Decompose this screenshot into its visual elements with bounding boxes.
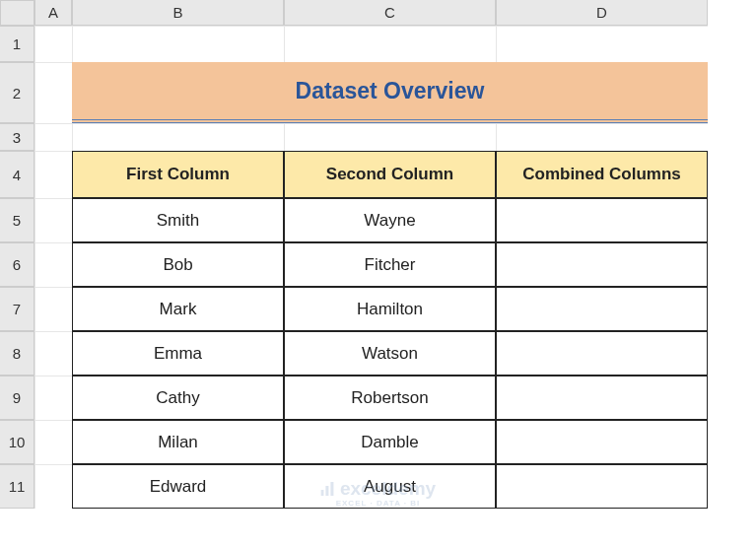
cell-b3[interactable] [72,123,284,151]
cell-c8[interactable]: Watson [284,331,496,376]
cell-c10[interactable]: Damble [284,420,496,464]
row-header-8[interactable]: 8 [0,331,34,376]
cell-d5[interactable] [496,198,708,242]
cell-b11[interactable]: Edward [72,464,284,509]
cell-d3[interactable] [496,123,708,151]
cell-b10[interactable]: Milan [72,420,284,464]
cell-a5[interactable] [34,198,72,242]
cell-d10[interactable] [496,420,708,464]
cell-b8[interactable]: Emma [72,331,284,376]
cell-c11[interactable]: August [284,464,496,509]
row-header-6[interactable]: 6 [0,242,34,287]
cell-b9[interactable]: Cathy [72,376,284,420]
cell-a11[interactable] [34,464,72,509]
cell-d1[interactable] [496,26,708,62]
row-header-3[interactable]: 3 [0,123,34,151]
cell-a3[interactable] [34,123,72,151]
col-header-a[interactable]: A [34,0,72,26]
cell-c3[interactable] [284,123,496,151]
col-header-c[interactable]: C [284,0,496,26]
row-header-2[interactable]: 2 [0,62,34,123]
title-cell[interactable]: Dataset Overview [72,62,708,123]
cell-b7[interactable]: Mark [72,287,284,331]
header-combined-column[interactable]: Combined Columns [496,151,708,198]
row-header-4[interactable]: 4 [0,151,34,198]
row-header-5[interactable]: 5 [0,198,34,242]
cell-d8[interactable] [496,331,708,376]
header-first-column[interactable]: First Column [72,151,284,198]
col-header-d[interactable]: D [496,0,708,26]
cell-d11[interactable] [496,464,708,509]
row-header-9[interactable]: 9 [0,376,34,420]
cell-a7[interactable] [34,287,72,331]
cell-d6[interactable] [496,242,708,287]
select-all-corner[interactable] [0,0,34,26]
cell-c5[interactable]: Wayne [284,198,496,242]
col-header-b[interactable]: B [72,0,284,26]
cell-c7[interactable]: Hamilton [284,287,496,331]
row-header-10[interactable]: 10 [0,420,34,464]
row-header-11[interactable]: 11 [0,464,34,509]
cell-a9[interactable] [34,376,72,420]
cell-c9[interactable]: Robertson [284,376,496,420]
cell-d7[interactable] [496,287,708,331]
cell-a10[interactable] [34,420,72,464]
row-header-7[interactable]: 7 [0,287,34,331]
cell-b5[interactable]: Smith [72,198,284,242]
cell-a6[interactable] [34,242,72,287]
cell-b1[interactable] [72,26,284,62]
cell-a1[interactable] [34,26,72,62]
cell-c1[interactable] [284,26,496,62]
cell-a8[interactable] [34,331,72,376]
row-header-1[interactable]: 1 [0,26,34,62]
cell-a2[interactable] [34,62,72,123]
cell-a4[interactable] [34,151,72,198]
header-second-column[interactable]: Second Column [284,151,496,198]
spreadsheet-grid: A B C D 1 2 3 4 5 6 7 8 9 10 11 Dataset … [0,0,708,509]
cell-b6[interactable]: Bob [72,242,284,287]
cell-d9[interactable] [496,376,708,420]
cell-c6[interactable]: Fitcher [284,242,496,287]
